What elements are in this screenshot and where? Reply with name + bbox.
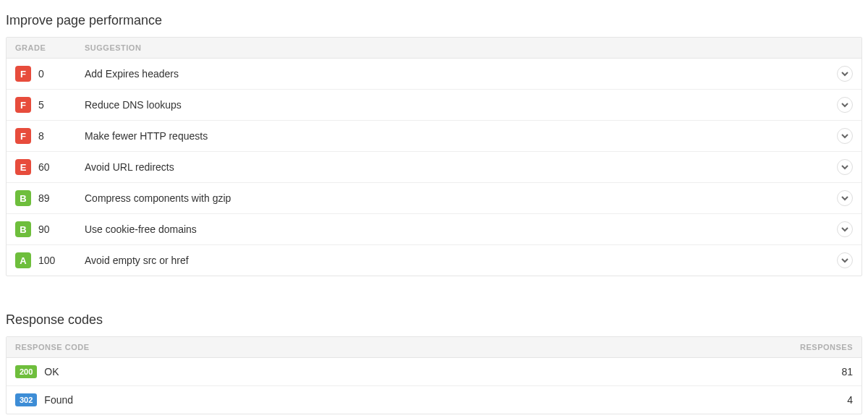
perf-suggestion: Add Expires headers	[85, 68, 824, 80]
chevron-down-icon	[841, 70, 848, 77]
perf-panel: GRADE SUGGESTION F0Add Expires headersF5…	[6, 37, 862, 276]
grade-badge: F	[15, 66, 31, 82]
expand-button[interactable]	[837, 159, 853, 175]
perf-row[interactable]: F0Add Expires headers	[7, 59, 861, 90]
perf-suggestion: Avoid URL redirects	[85, 161, 824, 173]
chevron-down-icon	[841, 195, 848, 202]
expand-button[interactable]	[837, 66, 853, 82]
chevron-down-icon	[841, 257, 848, 264]
perf-row[interactable]: A100Avoid empty src or href	[7, 245, 861, 276]
response-code-label: OK	[44, 366, 59, 378]
response-code-badge: 200	[15, 365, 37, 378]
perf-table-header: GRADE SUGGESTION	[7, 38, 861, 59]
perf-expand-cell	[824, 97, 853, 113]
response-count: 4	[752, 394, 853, 406]
grade-score: 8	[38, 130, 44, 142]
perf-row[interactable]: B89Compress components with gzip	[7, 183, 861, 214]
perf-grade-cell: F0	[15, 66, 85, 82]
expand-button[interactable]	[837, 128, 853, 144]
perf-suggestion: Avoid empty src or href	[85, 255, 824, 266]
response-code-badge: 302	[15, 393, 37, 406]
perf-suggestion: Make fewer HTTP requests	[85, 130, 824, 142]
grade-badge: F	[15, 128, 31, 144]
perf-expand-cell	[824, 221, 853, 237]
grade-badge: E	[15, 159, 31, 175]
response-code-label: Found	[44, 394, 73, 406]
perf-grade-cell: B89	[15, 190, 85, 206]
perf-grade-cell: E60	[15, 159, 85, 175]
perf-expand-cell	[824, 252, 853, 268]
expand-button[interactable]	[837, 97, 853, 113]
perf-grade-cell: F5	[15, 97, 85, 113]
resp-code-cell: 302Found	[15, 393, 752, 406]
perf-expand-cell	[824, 159, 853, 175]
grade-badge: B	[15, 190, 31, 206]
grade-score: 90	[38, 223, 50, 235]
perf-suggestion: Use cookie-free domains	[85, 223, 824, 235]
resp-panel: RESPONSE CODE RESPONSES 200OK81302Found4	[6, 336, 862, 414]
perf-expand-cell	[824, 66, 853, 82]
perf-expand-cell	[824, 128, 853, 144]
perf-grade-cell: A100	[15, 252, 85, 268]
perf-header-suggestion: SUGGESTION	[85, 43, 824, 52]
perf-expand-cell	[824, 190, 853, 206]
chevron-down-icon	[841, 226, 848, 233]
resp-row[interactable]: 302Found4	[7, 386, 861, 414]
perf-suggestion: Compress components with gzip	[85, 192, 824, 204]
grade-badge: F	[15, 97, 31, 113]
grade-score: 0	[38, 68, 44, 80]
chevron-down-icon	[841, 163, 848, 171]
perf-suggestion: Reduce DNS lookups	[85, 99, 824, 111]
chevron-down-icon	[841, 101, 848, 108]
perf-section-title: Improve page performance	[6, 13, 862, 28]
perf-row[interactable]: E60Avoid URL redirects	[7, 152, 861, 183]
grade-score: 5	[38, 99, 44, 111]
expand-button[interactable]	[837, 190, 853, 206]
perf-header-grade: GRADE	[15, 43, 85, 52]
resp-section-title: Response codes	[6, 312, 862, 328]
response-count: 81	[752, 366, 853, 378]
resp-header-code: RESPONSE CODE	[15, 343, 752, 351]
grade-score: 60	[38, 161, 50, 173]
grade-badge: A	[15, 252, 31, 268]
resp-code-cell: 200OK	[15, 365, 752, 378]
expand-button[interactable]	[837, 252, 853, 268]
resp-table-header: RESPONSE CODE RESPONSES	[7, 337, 861, 358]
perf-grade-cell: F8	[15, 128, 85, 144]
perf-row[interactable]: F5Reduce DNS lookups	[7, 90, 861, 121]
perf-row[interactable]: F8Make fewer HTTP requests	[7, 121, 861, 152]
perf-grade-cell: B90	[15, 221, 85, 237]
grade-score: 89	[38, 192, 50, 204]
perf-row[interactable]: B90Use cookie-free domains	[7, 214, 861, 245]
resp-header-responses: RESPONSES	[752, 343, 853, 351]
chevron-down-icon	[841, 132, 848, 140]
expand-button[interactable]	[837, 221, 853, 237]
resp-row[interactable]: 200OK81	[7, 358, 861, 386]
grade-badge: B	[15, 221, 31, 237]
grade-score: 100	[38, 255, 55, 266]
